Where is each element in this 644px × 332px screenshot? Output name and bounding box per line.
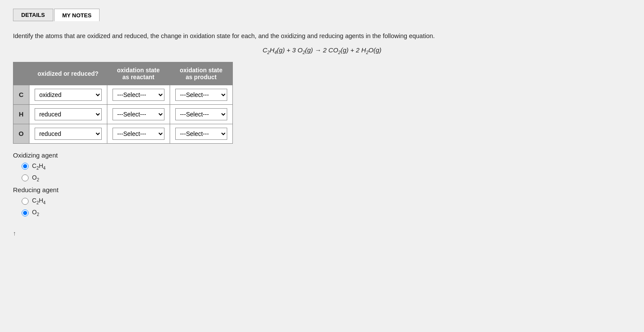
atom-h: H xyxy=(13,104,29,124)
atom-o-state-select[interactable]: oxidized reduced xyxy=(35,128,102,140)
col-header-reactant: oxidation stateas reactant xyxy=(107,62,170,85)
reactant-state-h[interactable]: ---Select--- -4-3-2-1 0+1+2+3+4 xyxy=(113,108,164,120)
footer-arrow: ↑ xyxy=(13,230,631,237)
equation-display: C2H4(g) + 3 O2(g) → 2 CO2(g) + 2 H2O(g) xyxy=(13,46,631,55)
oxidizing-c2h4-label: C2H4 xyxy=(32,162,45,171)
atom-c-state-select[interactable]: oxidized reduced xyxy=(35,89,102,101)
table-row: C oxidized reduced ---Select--- -4-3-2-1… xyxy=(13,85,233,104)
question-text: Identify the atoms that are oxidized and… xyxy=(13,32,631,41)
reactant-select-h[interactable]: ---Select--- -4-3-2-1 0+1+2+3+4 xyxy=(107,104,170,124)
reactant-select-o[interactable]: ---Select--- -4-3-2-1 0+1+2+3+4 xyxy=(107,124,170,143)
oxidizing-agent-label: Oxidizing agent xyxy=(13,151,631,159)
oxidation-table: oxidized or reduced? oxidation stateas r… xyxy=(13,62,233,144)
oxidizing-agent-options: C2H4 O2 xyxy=(22,162,631,182)
oxidizing-agent-section: Oxidizing agent C2H4 O2 xyxy=(13,151,631,182)
reactant-select-c[interactable]: ---Select--- -4-3-2-1 0+1+2+3+4 xyxy=(107,85,170,104)
reactant-state-o[interactable]: ---Select--- -4-3-2-1 0+1+2+3+4 xyxy=(113,128,164,140)
tab-details[interactable]: DETAILS xyxy=(13,9,53,21)
reducing-radio-o2[interactable] xyxy=(22,210,29,216)
reducing-radio-c2h4[interactable] xyxy=(22,198,29,205)
ox-red-select-c[interactable]: oxidized reduced xyxy=(29,85,107,104)
reducing-c2h4-label: C2H4 xyxy=(32,197,45,205)
product-select-h[interactable]: ---Select--- -4-3-2-1 0+1+2+3+4 xyxy=(170,104,232,124)
atom-h-state-select[interactable]: oxidized reduced xyxy=(35,108,102,120)
table-row: O oxidized reduced ---Select--- -4-3-2-1… xyxy=(13,124,233,143)
product-state-o[interactable]: ---Select--- -4-3-2-1 0+1+2+3+4 xyxy=(175,128,227,140)
ox-red-select-o[interactable]: oxidized reduced xyxy=(29,124,107,143)
oxidizing-agent-option-o2[interactable]: O2 xyxy=(22,174,631,182)
atom-o: O xyxy=(13,124,29,143)
ox-red-select-h[interactable]: oxidized reduced xyxy=(29,104,107,124)
atom-c: C xyxy=(13,85,29,104)
col-header-atom xyxy=(13,62,29,85)
oxidizing-agent-option-c2h4[interactable]: C2H4 xyxy=(22,162,631,171)
reducing-agent-section: Reducing agent C2H4 O2 xyxy=(13,186,631,217)
reducing-agent-options: C2H4 O2 xyxy=(22,197,631,217)
reducing-agent-option-o2[interactable]: O2 xyxy=(22,209,631,217)
tab-my-notes[interactable]: MY NOTES xyxy=(54,9,100,21)
product-state-c[interactable]: ---Select--- -4-3-2-1 0+1+2+3+4 xyxy=(175,89,227,101)
product-state-h[interactable]: ---Select--- -4-3-2-1 0+1+2+3+4 xyxy=(175,108,227,120)
product-select-o[interactable]: ---Select--- -4-3-2-1 0+1+2+3+4 xyxy=(170,124,232,143)
oxidizing-radio-c2h4[interactable] xyxy=(22,163,29,170)
oxidizing-o2-label: O2 xyxy=(32,174,39,182)
reducing-o2-label: O2 xyxy=(32,209,39,217)
col-header-ox-red: oxidized or reduced? xyxy=(29,62,107,85)
oxidizing-radio-o2[interactable] xyxy=(22,174,29,181)
col-header-product: oxidation stateas product xyxy=(170,62,232,85)
table-row: H oxidized reduced ---Select--- -4-3-2-1… xyxy=(13,104,233,124)
product-select-c[interactable]: ---Select--- -4-3-2-1 0+1+2+3+4 xyxy=(170,85,232,104)
reactant-state-c[interactable]: ---Select--- -4-3-2-1 0+1+2+3+4 xyxy=(113,89,164,101)
top-tabs: DETAILS MY NOTES xyxy=(13,9,631,21)
reducing-agent-label: Reducing agent xyxy=(13,186,631,193)
reducing-agent-option-c2h4[interactable]: C2H4 xyxy=(22,197,631,205)
